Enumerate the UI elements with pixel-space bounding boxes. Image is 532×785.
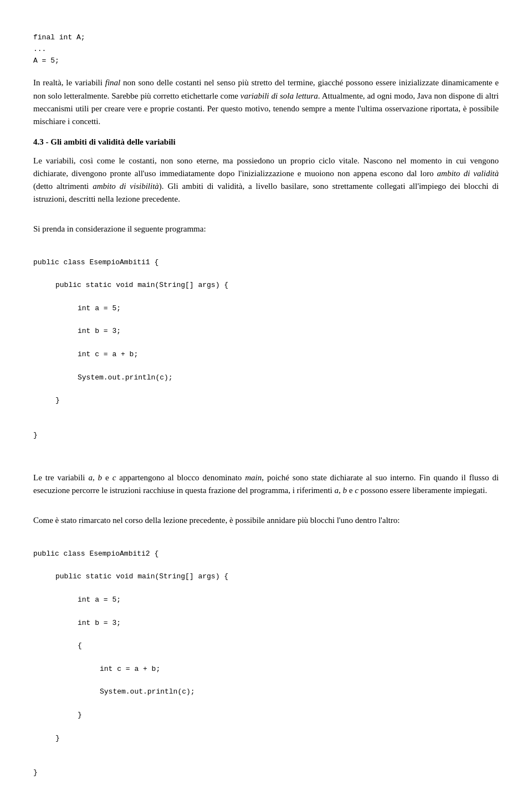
code1-line7: System.out.println(c);: [33, 372, 499, 384]
para1-text: In realtà, le variabili final non sono d…: [33, 76, 499, 128]
intro-code-line3: A = 5;: [33, 57, 59, 65]
section-heading-4-3: 4.3 - Gli ambiti di validità delle varia…: [33, 136, 499, 148]
code-block-1: public class EsempioAmbiti1 { public sta…: [33, 245, 499, 453]
code1-line8: }: [33, 395, 499, 407]
para3-text: Si prenda in considerazione il seguente …: [33, 223, 499, 235]
intro-code-line1: final int A;: [33, 33, 85, 42]
code1-line3: public static void main(String[] args) {: [33, 280, 499, 291]
code2-line8: System.out.println(c);: [33, 686, 499, 698]
code-block-2: public class EsempioAmbiti2 { public sta…: [33, 537, 499, 785]
para5-text: Come è stato rimarcato nel corso della l…: [33, 514, 499, 527]
code1-line6: int c = a + b;: [33, 349, 499, 361]
code2-line3: public static void main(String[] args) {: [33, 571, 499, 583]
code2-line1: public class EsempioAmbiti2 {: [33, 550, 158, 558]
paragraph-2: Le variabili, così come le costanti, non…: [33, 155, 499, 206]
paragraph-4: Le tre variabili a, b e c appartengono a…: [33, 471, 499, 497]
code1-line4: int a = 5;: [33, 303, 499, 315]
code2-line6: {: [33, 640, 499, 652]
intro-code-line2: ...: [33, 45, 46, 53]
intro-code-block: final int A; ... A = 5;: [33, 32, 499, 66]
paragraph-5: Come è stato rimarcato nel corso della l…: [33, 514, 499, 527]
para2-text: Le variabili, così come le costanti, non…: [33, 155, 499, 206]
para4-text: Le tre variabili a, b e c appartengono a…: [33, 471, 499, 497]
code1-line10: }: [33, 431, 38, 439]
page: final int A; ... A = 5; In realtà, le va…: [0, 0, 532, 785]
paragraph-1: In realtà, le variabili final non sono d…: [33, 76, 499, 128]
code2-line4: int a = 5;: [33, 594, 499, 606]
code2-line7: int c = a + b;: [33, 664, 499, 675]
code2-line12: }: [33, 768, 38, 777]
paragraph-3: Si prenda in considerazione il seguente …: [33, 223, 499, 235]
code1-line5: int b = 3;: [33, 326, 499, 337]
code1-line1: public class EsempioAmbiti1 {: [33, 258, 158, 266]
code2-line9: }: [33, 710, 499, 721]
code2-line5: int b = 3;: [33, 618, 499, 629]
code2-line10: }: [33, 733, 499, 745]
section-heading-text: 4.3 - Gli ambiti di validità delle varia…: [33, 137, 176, 146]
